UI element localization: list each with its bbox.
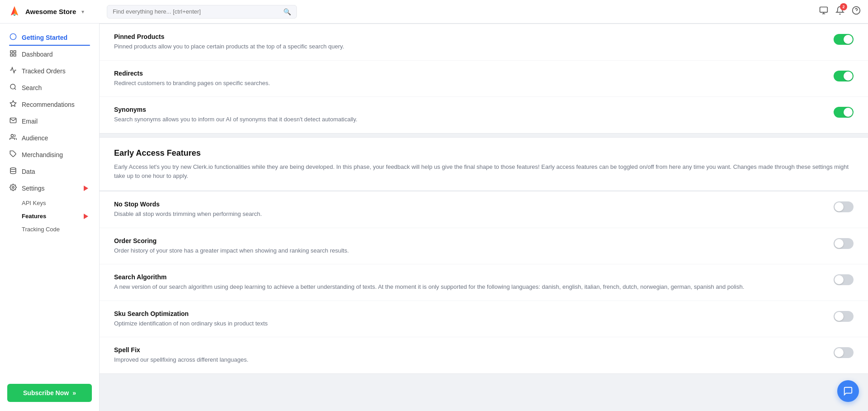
main-layout: Getting Started Dashboard Tracked Orders… [0, 24, 868, 411]
toggle-knob-synonyms [844, 108, 853, 117]
toggle-no-stop-words[interactable] [834, 201, 854, 212]
toggle-wrap-redirects [834, 71, 854, 81]
sidebar-item-email[interactable]: Email [0, 113, 99, 129]
feature-desc-sku-search: Optimize identification of non ordinary … [114, 319, 823, 328]
audience-icon [9, 134, 17, 142]
chat-button[interactable] [837, 380, 859, 402]
sidebar-item-settings[interactable]: Settings [0, 180, 99, 196]
toggle-knob-spell-fix [835, 348, 844, 357]
sidebar-item-dashboard[interactable]: Dashboard [0, 46, 99, 62]
search-icon: 🔍 [283, 8, 291, 15]
toggle-wrap-order-scoring [834, 238, 854, 249]
settings-arrow-indicator [84, 186, 88, 191]
help-icon-btn[interactable] [852, 6, 861, 17]
svg-rect-7 [14, 54, 16, 56]
toggle-wrap-pinned-products [834, 34, 854, 45]
sidebar-label-tracked-orders: Tracked Orders [22, 67, 66, 75]
toggle-synonyms[interactable] [834, 107, 854, 118]
feature-row-synonyms: Synonyms Search synonyms allows you to i… [100, 97, 868, 133]
toggle-wrap-synonyms [834, 107, 854, 118]
notifications-badge: 2 [840, 3, 847, 10]
sidebar-label-search: Search [22, 84, 42, 91]
feature-desc-search-algorithm: A new version of our search algorithm us… [114, 282, 823, 292]
sidebar-label-recommendations: Recommendations [22, 101, 75, 108]
subscribe-label: Subscribe Now [23, 389, 69, 397]
toggle-knob-pinned-products [844, 35, 853, 44]
logo-area: Awesome Store ▾ [7, 5, 107, 19]
notifications-icon-btn[interactable]: 2 [835, 6, 844, 17]
feature-text-synonyms: Synonyms Search synonyms allows you to i… [114, 106, 823, 124]
sidebar-sub-item-tracking-code[interactable]: Tracking Code [0, 223, 99, 236]
toggle-wrap-spell-fix [834, 347, 854, 358]
feature-desc-synonyms: Search synonyms allows you to inform our… [114, 115, 823, 124]
sidebar-item-search[interactable]: Search [0, 79, 99, 96]
subscribe-now-button[interactable]: Subscribe Now » [7, 384, 92, 402]
svg-marker-10 [10, 100, 16, 106]
toggle-search-algorithm[interactable] [834, 274, 854, 285]
toggle-wrap-no-stop-words [834, 201, 854, 212]
sidebar-item-getting-started[interactable]: Getting Started [0, 29, 99, 46]
feature-desc-redirects: Redirect customers to branding pages on … [114, 79, 823, 88]
toggle-knob-search-algorithm [835, 275, 844, 284]
global-search-bar[interactable]: 🔍 [107, 5, 297, 19]
feature-row-sku-search: Sku Search Optimization Optimize identif… [100, 301, 868, 338]
store-name: Awesome Store [25, 8, 76, 15]
svg-rect-4 [10, 51, 13, 53]
sidebar-item-audience[interactable]: Audience [0, 129, 99, 146]
toggle-knob-order-scoring [835, 239, 844, 248]
sidebar-item-tracked-orders[interactable]: Tracked Orders [0, 62, 99, 79]
feature-desc-no-stop-words: Disable all stop words trimming when per… [114, 210, 823, 219]
feature-title-synonyms: Synonyms [114, 106, 823, 113]
logo-icon [7, 5, 22, 19]
toggle-knob-sku-search [835, 312, 844, 321]
feature-text-search-algorithm: Search Algorithm A new version of our se… [114, 273, 823, 292]
sidebar-sub-item-features[interactable]: Features [0, 210, 99, 223]
email-icon [9, 117, 17, 125]
sidebar-sub-item-api-keys[interactable]: API Keys [0, 196, 99, 210]
early-access-header: Early Access Features Early Access let's… [100, 137, 868, 191]
feature-row-search-algorithm: Search Algorithm A new version of our se… [100, 264, 868, 301]
feature-text-spell-fix: Spell Fix Improved our spellfixing acros… [114, 346, 823, 364]
svg-point-8 [10, 84, 15, 89]
tracked-orders-icon [9, 67, 17, 75]
sidebar-label-merchandising: Merchandising [22, 151, 63, 158]
sidebar-label-dashboard: Dashboard [22, 51, 53, 58]
toggle-sku-search[interactable] [834, 311, 854, 322]
sidebar-item-merchandising[interactable]: Merchandising [0, 146, 99, 163]
svg-point-11 [11, 134, 13, 137]
content-inner: Pinned Products Pinned products allow yo… [100, 24, 868, 396]
feature-desc-pinned-products: Pinned products allow you to place certa… [114, 42, 823, 51]
monitor-icon-btn[interactable] [819, 6, 828, 17]
feature-title-redirects: Redirects [114, 70, 823, 77]
dropdown-chevron-icon[interactable]: ▾ [81, 9, 84, 15]
global-search-input[interactable] [113, 8, 280, 15]
sidebar-sub-label-tracking-code: Tracking Code [22, 226, 60, 233]
top-features-section: Pinned Products Pinned products allow yo… [100, 24, 868, 134]
svg-point-14 [12, 186, 14, 188]
feature-title-no-stop-words: No Stop Words [114, 201, 823, 208]
toggle-knob-no-stop-words [835, 202, 844, 211]
toggle-pinned-products[interactable] [834, 34, 854, 45]
feature-text-redirects: Redirects Redirect customers to branding… [114, 70, 823, 88]
feature-row-pinned-products: Pinned Products Pinned products allow yo… [100, 24, 868, 61]
feature-title-pinned-products: Pinned Products [114, 33, 823, 40]
content-area: Pinned Products Pinned products allow yo… [100, 24, 868, 411]
sidebar-item-recommendations[interactable]: Recommendations [0, 96, 99, 113]
feature-desc-spell-fix: Improved our spellfixing across differen… [114, 355, 823, 364]
sidebar-item-data[interactable]: Data [0, 163, 99, 180]
feature-text-no-stop-words: No Stop Words Disable all stop words tri… [114, 201, 823, 219]
sidebar-label-audience: Audience [22, 134, 48, 142]
toggle-wrap-sku-search [834, 311, 854, 322]
svg-point-3 [10, 33, 16, 39]
svg-line-9 [14, 88, 16, 90]
toggle-redirects[interactable] [834, 71, 854, 81]
toggle-order-scoring[interactable] [834, 238, 854, 249]
toggle-spell-fix[interactable] [834, 347, 854, 358]
svg-point-13 [10, 167, 16, 169]
early-access-desc: Early Access let's you try new Clerk.io … [114, 162, 854, 182]
sidebar-label-data: Data [22, 168, 35, 175]
toggle-wrap-search-algorithm [834, 274, 854, 285]
sidebar-label-settings: Settings [22, 185, 45, 192]
svg-rect-5 [14, 51, 16, 53]
svg-rect-0 [820, 7, 828, 13]
